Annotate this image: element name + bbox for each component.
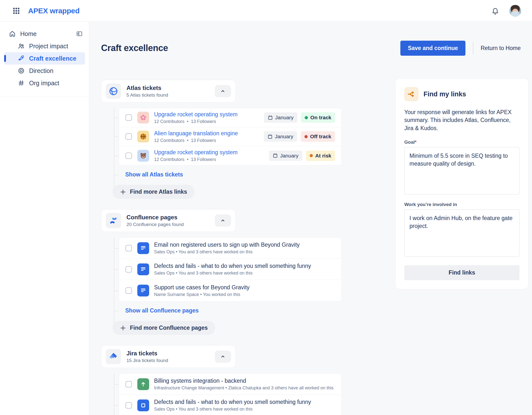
split-links-icon (404, 87, 419, 101)
ticket-link[interactable]: Upgrade rocket operating system (154, 149, 238, 156)
sidebar-item-home[interactable]: Home (4, 28, 85, 40)
month-chip: January (269, 151, 302, 161)
chevron-up-icon (220, 88, 226, 94)
app-switcher-button[interactable] (11, 5, 22, 16)
bear-icon (137, 150, 149, 162)
ticket-link[interactable]: Billing systems integration - backend (154, 378, 334, 384)
user-avatar[interactable] (509, 5, 521, 17)
row-checkbox[interactable] (125, 245, 132, 251)
work-field[interactable]: I work on Admin Hub, on the feature gate… (404, 209, 519, 257)
atlas-section-card: Atlas tickets 5 Atlas tickets found (101, 80, 236, 103)
month-label: January (280, 153, 299, 159)
status-dot (310, 154, 313, 157)
table-row: Support use cases for Beyond Gravity Nam… (119, 280, 341, 301)
row-checkbox[interactable] (125, 402, 132, 409)
table-row: Upgrade rocket operating system 12 Contr… (119, 146, 341, 165)
row-checkbox[interactable] (125, 133, 132, 140)
document-icon (137, 285, 149, 296)
sidebar-item-label: Home (20, 30, 37, 37)
status-label: On track (310, 115, 331, 121)
row-checkbox[interactable] (125, 266, 132, 273)
contributors-count: 12 Contributors (154, 138, 184, 143)
collapse-sidebar-icon[interactable] (76, 31, 83, 37)
row-checkbox[interactable] (125, 114, 132, 121)
target-icon (18, 67, 25, 74)
document-icon (137, 263, 149, 275)
section-title: Confluence pages (126, 214, 184, 221)
page-meta: Sales Ops • You and 3 others have worked… (154, 249, 300, 255)
main-content: Craft excellence Save and continue Retur… (89, 22, 532, 415)
section-title: Jira tickets (126, 350, 168, 357)
divider (473, 42, 473, 54)
hash-icon (18, 80, 25, 86)
contributors-count: 12 Contributors (154, 119, 184, 124)
row-checkbox[interactable] (125, 153, 132, 159)
table-row: Upgrade rocket operating system 12 Contr… (119, 108, 341, 127)
contributors-count: 12 Contributors (154, 157, 184, 162)
work-label: Work you’re involved in (404, 202, 519, 207)
ticket-link[interactable]: Upgrade rocket operating system (154, 111, 238, 118)
status-label: At risk (315, 153, 331, 159)
sidebar-item-direction[interactable]: Direction (4, 65, 85, 77)
jira-collapse-button[interactable] (215, 350, 231, 363)
confluence-logo-icon (106, 213, 121, 228)
find-more-confluence-button[interactable]: Find more Confluence pages (112, 321, 215, 335)
document-icon (137, 242, 149, 254)
table-row: Email non registered users to sign up wi… (119, 238, 341, 259)
sidebar-item-project-impact[interactable]: Project impact (4, 40, 85, 52)
jira-rows: Billing systems integration - backend In… (119, 373, 342, 415)
sidebar: Home Project impact (0, 22, 89, 415)
jira-section-card: Jira tickets 15 Jira tickets found (101, 345, 236, 368)
page-link[interactable]: Support use cases for Beyond Gravity (154, 284, 249, 291)
home-icon (9, 30, 16, 37)
month-label: January (275, 115, 294, 121)
ticket-meta: Infrastructure Change Management • Zlati… (154, 385, 334, 391)
sidebar-item-label: Craft excellence (29, 55, 76, 62)
people-icon (18, 43, 25, 50)
return-to-home-link[interactable]: Return to Home (481, 45, 521, 52)
jira-logo-icon (106, 349, 121, 364)
page-link[interactable]: Email non registered users to sign up wi… (154, 242, 300, 248)
sidebar-item-label: Org impact (29, 80, 59, 87)
page-meta: Name Surname Space • You worked on this (154, 292, 249, 297)
followers-count: 13 Followers (191, 138, 216, 143)
notifications-button[interactable] (491, 7, 499, 15)
show-all-atlas-link[interactable]: Show all Atlas tickets (119, 171, 183, 178)
status-badge: On track (301, 112, 335, 123)
ticket-link[interactable]: Defects and fails - what to do when you … (154, 399, 311, 405)
button-label: Find more Confluence pages (130, 325, 208, 331)
goal-field[interactable]: Minimum of 5.5 score in SEQ testing to m… (404, 147, 519, 194)
sidebar-item-label: Project impact (29, 43, 68, 50)
show-all-confluence-link[interactable]: Show all Confluence pages (119, 307, 199, 314)
jira-section: Jira tickets 15 Jira tickets found (101, 345, 342, 415)
rocket-icon (18, 55, 25, 62)
bell-icon (491, 7, 499, 15)
tree-connector-line (114, 237, 114, 328)
find-links-button[interactable]: Find links (404, 265, 519, 280)
section-title: Atlas tickets (126, 85, 168, 91)
table-row: Alien language translation engine 12 Con… (119, 127, 341, 146)
calendar-icon (267, 134, 273, 139)
atlas-rows: Upgrade rocket operating system 12 Contr… (119, 108, 342, 165)
section-subtitle: 5 Atlas tickets found (126, 92, 168, 98)
task-icon (137, 399, 149, 411)
ticket-link[interactable]: Alien language translation engine (154, 130, 238, 137)
panel-title: Find my links (424, 90, 466, 98)
row-checkbox[interactable] (125, 381, 132, 387)
row-checkbox[interactable] (125, 287, 132, 294)
save-and-continue-button[interactable]: Save and continue (400, 41, 465, 56)
basketball-icon (137, 131, 149, 142)
find-my-links-panel: Find my links Your response will generat… (395, 78, 529, 289)
sidebar-item-org-impact[interactable]: Org impact (4, 77, 85, 89)
section-subtitle: 20 Confluence pages found (126, 222, 184, 227)
sidebar-item-craft-excellence[interactable]: Craft excellence (4, 52, 85, 65)
confluence-collapse-button[interactable] (215, 214, 231, 227)
atlas-collapse-button[interactable] (215, 85, 231, 97)
meta-separator: • (187, 138, 188, 143)
chevron-up-icon (220, 353, 226, 360)
find-more-atlas-button[interactable]: Find more Atlas links (112, 185, 195, 199)
page-title: Craft excellence (101, 43, 168, 53)
atlas-globe-icon (106, 84, 121, 99)
page-link[interactable]: Defects and fails - what to do when you … (154, 263, 311, 269)
table-row: Defects and fails - what to do when you … (119, 259, 341, 280)
